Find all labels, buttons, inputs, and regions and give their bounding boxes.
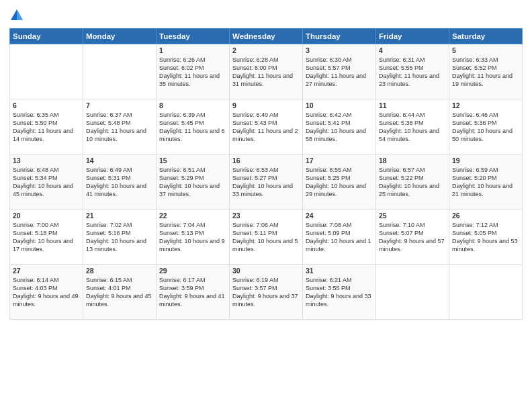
day-number: 3 <box>306 46 373 54</box>
day-number: 18 <box>379 156 446 165</box>
cell-content: Sunrise: 6:51 AM Sunset: 5:29 PM Dayligh… <box>159 166 226 199</box>
calendar-cell <box>83 44 157 99</box>
week-row-3: 13Sunrise: 6:48 AM Sunset: 5:34 PM Dayli… <box>10 154 523 210</box>
week-row-4: 20Sunrise: 7:00 AM Sunset: 5:18 PM Dayli… <box>10 210 523 265</box>
cell-content: Sunrise: 6:17 AM Sunset: 3:59 PM Dayligh… <box>159 276 226 309</box>
day-number: 28 <box>86 267 153 275</box>
cell-content: Sunrise: 6:46 AM Sunset: 5:36 PM Dayligh… <box>452 111 519 144</box>
cell-content: Sunrise: 6:31 AM Sunset: 5:55 PM Dayligh… <box>379 56 446 89</box>
day-number: 14 <box>86 156 153 165</box>
day-number: 5 <box>452 46 519 54</box>
day-number: 8 <box>159 101 226 109</box>
day-number: 6 <box>13 101 80 109</box>
cell-content: Sunrise: 6:15 AM Sunset: 4:01 PM Dayligh… <box>86 276 153 309</box>
cell-content: Sunrise: 7:10 AM Sunset: 5:07 PM Dayligh… <box>379 221 446 254</box>
day-number: 9 <box>232 101 300 109</box>
calendar-cell: 27Sunrise: 6:14 AM Sunset: 4:03 PM Dayli… <box>10 265 83 320</box>
weekday-header-saturday: Saturday <box>449 29 523 44</box>
day-number: 31 <box>306 267 373 275</box>
calendar-cell: 21Sunrise: 7:02 AM Sunset: 5:16 PM Dayli… <box>83 210 157 265</box>
cell-content: Sunrise: 7:02 AM Sunset: 5:16 PM Dayligh… <box>86 221 153 254</box>
day-number: 27 <box>13 267 80 275</box>
week-row-5: 27Sunrise: 6:14 AM Sunset: 4:03 PM Dayli… <box>10 265 523 320</box>
calendar-cell: 29Sunrise: 6:17 AM Sunset: 3:59 PM Dayli… <box>157 265 230 320</box>
cell-content: Sunrise: 7:00 AM Sunset: 5:18 PM Dayligh… <box>13 221 80 254</box>
calendar-cell: 30Sunrise: 6:19 AM Sunset: 3:57 PM Dayli… <box>230 265 303 320</box>
calendar-cell: 9Sunrise: 6:40 AM Sunset: 5:43 PM Daylig… <box>230 99 303 154</box>
calendar-cell: 16Sunrise: 6:53 AM Sunset: 5:27 PM Dayli… <box>230 154 303 210</box>
day-number: 11 <box>379 101 446 109</box>
day-number: 23 <box>232 212 300 220</box>
calendar-cell: 14Sunrise: 6:49 AM Sunset: 5:31 PM Dayli… <box>83 154 157 210</box>
header <box>9 8 523 23</box>
svg-marker-1 <box>17 9 23 20</box>
weekday-header-friday: Friday <box>376 29 449 44</box>
day-number: 25 <box>379 212 446 220</box>
cell-content: Sunrise: 7:12 AM Sunset: 5:05 PM Dayligh… <box>452 221 519 254</box>
calendar-cell: 25Sunrise: 7:10 AM Sunset: 5:07 PM Dayli… <box>376 210 449 265</box>
cell-content: Sunrise: 6:26 AM Sunset: 6:02 PM Dayligh… <box>159 56 226 89</box>
calendar-cell <box>10 44 83 99</box>
weekday-header-tuesday: Tuesday <box>157 29 230 44</box>
calendar-cell: 18Sunrise: 6:57 AM Sunset: 5:22 PM Dayli… <box>376 154 449 210</box>
cell-content: Sunrise: 6:48 AM Sunset: 5:34 PM Dayligh… <box>13 166 80 199</box>
day-number: 16 <box>232 156 300 165</box>
day-number: 20 <box>13 212 80 220</box>
calendar-cell: 15Sunrise: 6:51 AM Sunset: 5:29 PM Dayli… <box>157 154 230 210</box>
calendar-cell: 10Sunrise: 6:42 AM Sunset: 5:41 PM Dayli… <box>303 99 376 154</box>
calendar-cell: 3Sunrise: 6:30 AM Sunset: 5:57 PM Daylig… <box>303 44 376 99</box>
day-number: 1 <box>159 46 226 54</box>
cell-content: Sunrise: 6:21 AM Sunset: 3:55 PM Dayligh… <box>306 276 373 309</box>
calendar-cell: 28Sunrise: 6:15 AM Sunset: 4:01 PM Dayli… <box>83 265 157 320</box>
calendar-cell: 4Sunrise: 6:31 AM Sunset: 5:55 PM Daylig… <box>376 44 449 99</box>
day-number: 10 <box>306 101 373 109</box>
calendar-cell: 11Sunrise: 6:44 AM Sunset: 5:38 PM Dayli… <box>376 99 449 154</box>
weekday-header-wednesday: Wednesday <box>230 29 303 44</box>
calendar-cell: 8Sunrise: 6:39 AM Sunset: 5:45 PM Daylig… <box>157 99 230 154</box>
day-number: 26 <box>452 212 519 220</box>
calendar-cell: 1Sunrise: 6:26 AM Sunset: 6:02 PM Daylig… <box>157 44 230 99</box>
calendar-cell: 2Sunrise: 6:28 AM Sunset: 6:00 PM Daylig… <box>230 44 303 99</box>
calendar-cell: 22Sunrise: 7:04 AM Sunset: 5:13 PM Dayli… <box>157 210 230 265</box>
weekday-header-sunday: Sunday <box>10 29 83 44</box>
day-number: 21 <box>86 212 153 220</box>
calendar-cell: 7Sunrise: 6:37 AM Sunset: 5:48 PM Daylig… <box>83 99 157 154</box>
cell-content: Sunrise: 6:33 AM Sunset: 5:52 PM Dayligh… <box>452 56 519 89</box>
calendar-cell: 23Sunrise: 7:06 AM Sunset: 5:11 PM Dayli… <box>230 210 303 265</box>
day-number: 13 <box>13 156 80 165</box>
cell-content: Sunrise: 6:44 AM Sunset: 5:38 PM Dayligh… <box>379 111 446 144</box>
day-number: 19 <box>452 156 519 165</box>
weekday-header-thursday: Thursday <box>303 29 376 44</box>
cell-content: Sunrise: 6:37 AM Sunset: 5:48 PM Dayligh… <box>86 111 153 144</box>
logo <box>9 8 27 23</box>
cell-content: Sunrise: 6:40 AM Sunset: 5:43 PM Dayligh… <box>232 111 300 144</box>
cell-content: Sunrise: 6:14 AM Sunset: 4:03 PM Dayligh… <box>13 276 80 309</box>
cell-content: Sunrise: 6:49 AM Sunset: 5:31 PM Dayligh… <box>86 166 153 199</box>
calendar-cell: 20Sunrise: 7:00 AM Sunset: 5:18 PM Dayli… <box>10 210 83 265</box>
cell-content: Sunrise: 6:59 AM Sunset: 5:20 PM Dayligh… <box>452 166 519 199</box>
day-number: 29 <box>159 267 226 275</box>
day-number: 17 <box>306 156 373 165</box>
calendar-cell <box>376 265 449 320</box>
calendar-cell: 12Sunrise: 6:46 AM Sunset: 5:36 PM Dayli… <box>449 99 523 154</box>
cell-content: Sunrise: 6:28 AM Sunset: 6:00 PM Dayligh… <box>232 56 300 89</box>
calendar-cell <box>449 265 523 320</box>
day-number: 22 <box>159 212 226 220</box>
day-number: 15 <box>159 156 226 165</box>
week-row-2: 6Sunrise: 6:35 AM Sunset: 5:50 PM Daylig… <box>10 99 523 154</box>
cell-content: Sunrise: 6:42 AM Sunset: 5:41 PM Dayligh… <box>306 111 373 144</box>
weekday-header-row: SundayMondayTuesdayWednesdayThursdayFrid… <box>10 29 523 44</box>
day-number: 30 <box>232 267 300 275</box>
weekday-header-monday: Monday <box>83 29 157 44</box>
calendar-cell: 6Sunrise: 6:35 AM Sunset: 5:50 PM Daylig… <box>10 99 83 154</box>
cell-content: Sunrise: 6:57 AM Sunset: 5:22 PM Dayligh… <box>379 166 446 199</box>
day-number: 12 <box>452 101 519 109</box>
cell-content: Sunrise: 6:35 AM Sunset: 5:50 PM Dayligh… <box>13 111 80 144</box>
cell-content: Sunrise: 6:19 AM Sunset: 3:57 PM Dayligh… <box>232 276 300 309</box>
cell-content: Sunrise: 6:39 AM Sunset: 5:45 PM Dayligh… <box>159 111 226 144</box>
calendar-cell: 26Sunrise: 7:12 AM Sunset: 5:05 PM Dayli… <box>449 210 523 265</box>
cell-content: Sunrise: 6:55 AM Sunset: 5:25 PM Dayligh… <box>306 166 373 199</box>
logo-icon <box>9 8 24 23</box>
week-row-1: 1Sunrise: 6:26 AM Sunset: 6:02 PM Daylig… <box>10 44 523 99</box>
calendar-cell: 24Sunrise: 7:08 AM Sunset: 5:09 PM Dayli… <box>303 210 376 265</box>
